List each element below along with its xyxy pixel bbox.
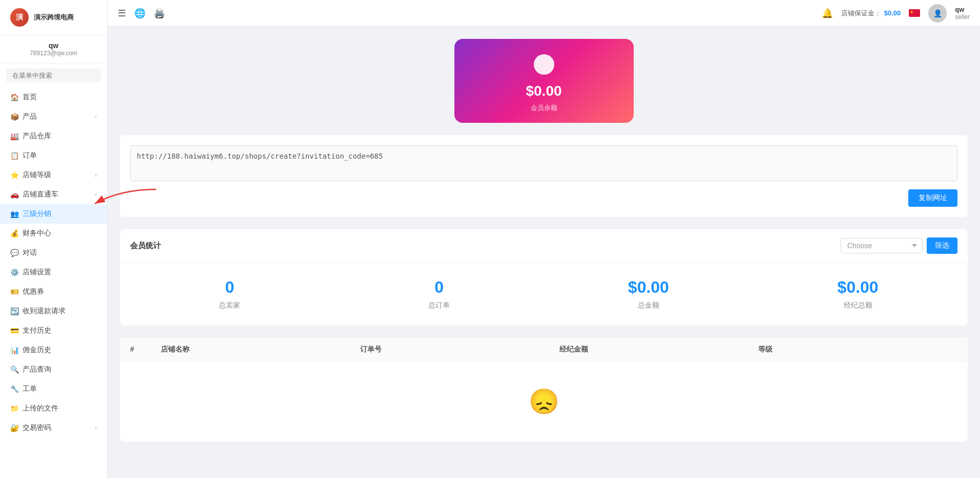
sidebar-item-refunds[interactable]: ↩️ 收到退款请求: [0, 301, 107, 321]
stat-amount-value: $0.00: [549, 278, 748, 297]
print-icon[interactable]: 🖨️: [154, 8, 165, 19]
sidebar-item-home[interactable]: 🏠 首页: [0, 88, 107, 107]
sidebar-item-coupons[interactable]: 🎫 优惠券: [0, 282, 107, 301]
sidebar-item-label: 优惠券: [23, 287, 44, 296]
stats-header: 会员统计 Choose 筛选: [120, 229, 968, 263]
avatar: 👤: [928, 4, 947, 23]
sidebar-email: 789123@qw.com: [10, 50, 97, 57]
deposit-label: 店铺保证金：: [841, 9, 881, 18]
sidebar-item-product-query[interactable]: 🔍 产品查询: [0, 360, 107, 379]
sidebar-item-label: 收到退款请求: [23, 307, 66, 316]
sidebar-item-label: 佣金历史: [23, 345, 51, 355]
choose-select[interactable]: Choose: [841, 238, 923, 253]
topbar: ☰ 🌐 🖨️ 🔔 店铺保证金： $0.00 👤 qw seller: [108, 0, 980, 27]
stat-sellers-value: 0: [130, 278, 329, 297]
stat-orders-value: 0: [340, 278, 539, 297]
balance-card: $0.00 会员余额: [454, 39, 634, 123]
sidebar-item-trade-password[interactable]: 🔐 交易密码 ›: [0, 418, 107, 438]
sidebar-item-label: 对话: [23, 248, 37, 257]
tools-icon: 🔧: [10, 385, 18, 393]
topbar-user-name: qw: [955, 6, 970, 13]
invite-url-textarea[interactable]: http://188.haiwaiym6.top/shops/create?in…: [130, 145, 957, 181]
sidebar-item-chat[interactable]: 💬 对话: [0, 243, 107, 263]
table-col-order-number: 订单号: [360, 345, 559, 354]
sidebar-item-store-settings[interactable]: ⚙️ 店铺设置: [0, 263, 107, 282]
table-col-hash: #: [130, 345, 161, 354]
store-level-icon: ⭐: [10, 171, 18, 179]
invite-box: http://188.haiwaiym6.top/shops/create?in…: [120, 135, 968, 217]
topbar-user-role: seller: [955, 13, 970, 20]
sidebar-item-label: 财务中心: [23, 229, 51, 238]
sidebar-item-label: 产品: [23, 112, 37, 121]
chevron-right-icon: ›: [95, 171, 97, 179]
table-col-broker-amount: 经纪金额: [559, 345, 759, 354]
country-flag-icon: [909, 9, 920, 17]
sidebar-username: qw: [10, 41, 97, 50]
refunds-icon: ↩️: [10, 307, 18, 315]
orders-icon: 📋: [10, 151, 18, 160]
chat-icon: 💬: [10, 249, 18, 257]
sidebar-item-tools[interactable]: 🔧 工单: [0, 379, 107, 399]
products-icon: 📦: [10, 113, 18, 121]
trade-password-icon: 🔐: [10, 424, 18, 432]
chevron-right-icon: ›: [95, 113, 97, 120]
sidebar-item-label: 三级分销: [23, 209, 51, 219]
stats-section: 会员统计 Choose 筛选 0 总卖家 0 总订单 $0: [120, 229, 968, 325]
sidebar-item-distribution[interactable]: 👥 三级分销: [0, 204, 107, 224]
stat-total-orders: 0 总订单: [340, 278, 539, 310]
sidebar-item-label: 店铺直通车: [23, 190, 58, 199]
filter-button[interactable]: 筛选: [927, 237, 957, 254]
chevron-right-icon: ›: [95, 424, 97, 431]
sidebar-item-warehouse[interactable]: 🏭 产品仓库: [0, 126, 107, 146]
notification-bell-icon[interactable]: 🔔: [822, 8, 833, 19]
stat-total-amount: $0.00 总金额: [549, 278, 748, 310]
table-col-store-name: 店铺名称: [161, 345, 360, 354]
sidebar-item-label: 产品查询: [23, 365, 51, 374]
deposit-value: $0.00: [884, 9, 901, 17]
balance-amount: $0.00: [465, 83, 623, 99]
sidebar-item-store-level[interactable]: ⭐ 店铺等级 ›: [0, 165, 107, 185]
coupons-icon: 🎫: [10, 288, 18, 296]
store-settings-icon: ⚙️: [10, 268, 18, 276]
table-empty-icon: 😞: [120, 362, 968, 442]
warehouse-icon: 🏭: [10, 132, 18, 140]
sidebar-item-commission[interactable]: 📊 佣金历史: [0, 340, 107, 360]
balance-label: 会员余额: [465, 103, 623, 113]
sidebar-item-payments[interactable]: 💳 支付历史: [0, 321, 107, 340]
stat-sellers-label: 总卖家: [130, 301, 329, 310]
stat-amount-label: 总金额: [549, 301, 748, 310]
sidebar-item-orders[interactable]: 📋 订单: [0, 146, 107, 165]
store-deposit: 店铺保证金： $0.00: [841, 9, 901, 18]
sidebar-item-store-cart[interactable]: 🚗 店铺直通车 ›: [0, 185, 107, 204]
stat-orders-label: 总订单: [340, 301, 539, 310]
table-section: # 店铺名称 订单号 经纪金额 等级 😞: [120, 338, 968, 442]
sidebar-item-label: 首页: [23, 93, 37, 102]
copy-url-button[interactable]: 复制网址: [908, 189, 957, 207]
menu-icon[interactable]: ☰: [118, 8, 126, 19]
distribution-icon: 👥: [10, 210, 18, 218]
payments-icon: 💳: [10, 327, 18, 335]
user-info: qw 789123@qw.com: [0, 35, 107, 63]
sidebar-item-label: 产品仓库: [23, 132, 51, 141]
sidebar-item-label: 上传的文件: [23, 404, 58, 413]
sidebar-item-finance[interactable]: 💰 财务中心: [0, 224, 107, 243]
logo-text: 演示跨境电商: [34, 13, 74, 22]
sidebar-item-uploads[interactable]: 📁 上传的文件: [0, 399, 107, 418]
table-col-level: 等级: [758, 345, 957, 354]
sidebar: 演 演示跨境电商 qw 789123@qw.com 🏠 首页 📦 产品 › 🏭 …: [0, 0, 108, 478]
stats-title: 会员统计: [130, 241, 161, 251]
topbar-username: qw seller: [955, 6, 970, 20]
home-icon: 🏠: [10, 93, 18, 101]
globe-icon[interactable]: 🌐: [134, 8, 145, 19]
page-content: $0.00 会员余额 http://188.haiwaiym6.top/shop…: [108, 27, 980, 478]
topbar-right: 🔔 店铺保证金： $0.00 👤 qw seller: [822, 4, 970, 23]
sidebar-search[interactable]: [6, 69, 101, 82]
main-content: ☰ 🌐 🖨️ 🔔 店铺保证金： $0.00 👤 qw seller $0.00 …: [108, 0, 980, 478]
commission-icon: 📊: [10, 346, 18, 354]
store-cart-icon: 🚗: [10, 190, 18, 199]
uploads-icon: 📁: [10, 404, 18, 412]
sidebar-item-products[interactable]: 📦 产品 ›: [0, 107, 107, 126]
finance-icon: 💰: [10, 229, 18, 237]
stat-broker-value: $0.00: [758, 278, 957, 297]
sidebar-item-label: 订单: [23, 151, 37, 160]
